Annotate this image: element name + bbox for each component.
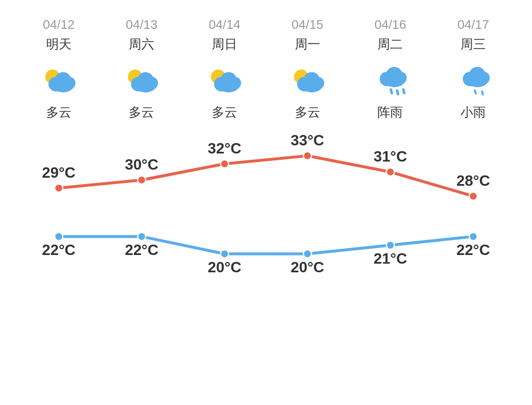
high-temp-line (59, 156, 473, 196)
days-grid: 04/12 明天 多云 04/13 周六 多云 04/14 周日 (17, 12, 515, 121)
weather-icon-0 (38, 62, 80, 97)
weather-icon-1 (121, 62, 162, 97)
low-dot-0 (55, 232, 63, 241)
weather-desc-5: 小雨 (460, 104, 486, 121)
low-dot-2 (220, 250, 228, 258)
svg-point-23 (395, 72, 407, 84)
day-name-2: 周日 (212, 36, 237, 53)
day-col-0: 04/12 明天 多云 (17, 12, 100, 121)
day-date-2: 04/14 (209, 17, 241, 32)
high-dot-1 (138, 176, 146, 184)
high-label-2: 32°C (208, 140, 241, 157)
svg-rect-32 (481, 90, 484, 96)
weather-desc-4: 阵雨 (377, 104, 403, 121)
weather-desc-1: 多云 (129, 104, 154, 121)
svg-rect-26 (402, 88, 406, 95)
svg-point-14 (228, 77, 241, 89)
high-label-1: 30°C (125, 156, 158, 173)
low-dot-4 (387, 241, 395, 249)
high-dot-2 (220, 160, 228, 168)
day-date-0: 04/12 (43, 17, 74, 32)
high-label-3: 33°C (291, 132, 324, 149)
day-name-4: 周二 (377, 36, 403, 53)
low-label-0: 22°C (42, 241, 76, 258)
svg-rect-24 (389, 88, 394, 95)
chart-area: 29°C30°C32°C33°C31°C28°C22°C22°C20°C20°C… (17, 133, 515, 297)
svg-point-30 (477, 72, 490, 84)
day-name-3: 周一 (295, 36, 320, 53)
day-name-0: 明天 (46, 36, 72, 53)
high-label-0: 29°C (42, 164, 76, 181)
day-col-4: 04/16 周二 阵雨 (349, 12, 432, 121)
day-name-5: 周三 (460, 36, 486, 53)
weather-icon-4 (369, 62, 411, 97)
weather-container: 04/12 明天 多云 04/13 周六 多云 04/14 周日 (0, 0, 532, 405)
weather-desc-2: 多云 (212, 104, 237, 121)
high-label-5: 28°C (456, 172, 490, 189)
low-label-4: 21°C (373, 250, 407, 267)
high-dot-3 (304, 152, 312, 160)
svg-point-9 (146, 77, 159, 89)
high-label-4: 31°C (373, 148, 407, 165)
low-label-5: 22°C (456, 241, 490, 258)
weather-icon-3 (287, 62, 328, 97)
low-label-1: 22°C (125, 241, 158, 258)
day-col-1: 04/13 周六 多云 (100, 12, 183, 121)
low-dot-3 (304, 250, 312, 258)
low-dot-1 (138, 232, 146, 241)
high-dot-5 (469, 192, 477, 200)
low-temp-line (59, 237, 473, 254)
low-label-3: 20°C (291, 258, 324, 276)
low-label-2: 20°C (208, 258, 241, 276)
day-date-1: 04/13 (126, 17, 158, 32)
svg-point-19 (312, 77, 324, 89)
day-name-1: 周六 (129, 36, 154, 53)
day-date-3: 04/15 (291, 17, 323, 32)
weather-desc-0: 多云 (46, 104, 72, 121)
svg-rect-31 (474, 89, 477, 95)
high-dot-0 (55, 184, 63, 192)
day-col-5: 04/17 周三 小雨 (432, 12, 515, 121)
day-col-3: 04/15 周一 多云 (266, 12, 349, 121)
day-col-2: 04/14 周日 多云 (183, 12, 266, 121)
temperature-chart: 29°C30°C32°C33°C31°C28°C22°C22°C20°C20°C… (17, 133, 515, 294)
low-dot-5 (469, 232, 477, 241)
weather-icon-5 (452, 62, 494, 97)
high-dot-4 (387, 168, 395, 176)
day-date-5: 04/17 (458, 17, 489, 32)
weather-desc-3: 多云 (295, 104, 320, 121)
svg-point-4 (63, 77, 76, 89)
weather-icon-2 (204, 62, 245, 97)
day-date-4: 04/16 (374, 17, 406, 32)
svg-rect-25 (396, 89, 400, 96)
